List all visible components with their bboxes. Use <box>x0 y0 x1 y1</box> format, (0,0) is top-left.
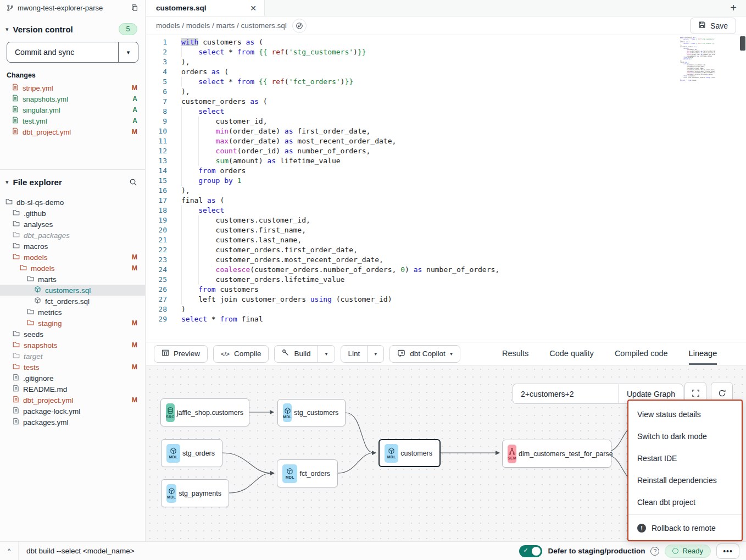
code-line-11[interactable]: 11 max(order_date) as most_recent_order_… <box>146 136 746 146</box>
commit-and-sync-button[interactable]: Commit and sync ▾ <box>7 42 138 63</box>
code-line-8[interactable]: 8 select <box>146 107 746 117</box>
tree-folder-models[interactable]: models M <box>0 252 145 263</box>
changed-file-stripe.yml[interactable]: stripe.yml M <box>0 82 145 93</box>
code-editor[interactable]: 1with customers as (2 select * from {{ r… <box>146 35 746 342</box>
code-line-3[interactable]: 3), <box>146 57 746 67</box>
file-explorer-header[interactable]: ▾ File explorer <box>0 170 145 192</box>
code-line-6[interactable]: 6), <box>146 87 746 97</box>
code-line-18[interactable]: 18 select <box>146 206 746 215</box>
tree-folder-analyses[interactable]: analyses <box>0 219 145 230</box>
code-line-24[interactable]: 24 coalesce(customer_orders.number_of_or… <box>146 265 746 275</box>
build-button[interactable]: Build <box>275 346 318 362</box>
defer-toggle[interactable]: ✓ <box>519 545 542 557</box>
lineage-node-stg_orders[interactable]: MDL stg_orders <box>161 439 222 467</box>
tree-file-dbt_project.yml[interactable]: dbt_project.yml M <box>0 395 145 406</box>
tree-folder-db-sl-qs-demo[interactable]: db-sl-qs-demo <box>0 197 145 208</box>
new-tab-button[interactable]: + <box>721 0 746 16</box>
tree-folder-metrics[interactable]: metrics <box>0 307 145 318</box>
commit-options-dropdown[interactable]: ▾ <box>118 42 138 62</box>
tree-folder-target[interactable]: target <box>0 351 145 362</box>
tree-folder-.github[interactable]: .github <box>0 208 145 219</box>
code-line-21[interactable]: 21 customers.last_name, <box>146 235 746 245</box>
save-button[interactable]: Save <box>690 18 736 34</box>
explore-compass-icon[interactable] <box>292 19 307 33</box>
tree-folder-models[interactable]: models M <box>0 263 145 274</box>
lineage-node-stg_payments[interactable]: MDL stg_payments <box>161 479 229 507</box>
tab-compiled-code[interactable]: Compiled code <box>615 342 668 365</box>
tree-folder-macros[interactable]: macros <box>0 241 145 252</box>
tree-folder-tests[interactable]: tests M <box>0 362 145 373</box>
changed-file-dbt_project.yml[interactable]: dbt_project.yml M <box>0 126 145 137</box>
code-line-29[interactable]: 29select * from final <box>146 314 746 324</box>
tree-folder-dbt_packages[interactable]: dbt_packages <box>0 230 145 241</box>
tree-file-fct_orders.sql[interactable]: fct_orders.sql <box>0 296 145 307</box>
menu-item-rollback-to-remote[interactable]: ! Rollback to remote <box>628 516 742 540</box>
code-line-27[interactable]: 27 left join customer_orders using (cust… <box>146 295 746 304</box>
tree-folder-seeds[interactable]: seeds <box>0 329 145 340</box>
collapse-panel-chevron[interactable]: ^ <box>0 542 19 560</box>
menu-item-switch-to-dark-mode[interactable]: Switch to dark mode <box>628 425 742 447</box>
folder-icon <box>13 209 20 218</box>
dbt-copilot-button[interactable]: dbt Copilot ▾ <box>389 345 460 363</box>
lineage-node-fct_orders[interactable]: MDL fct_orders <box>277 459 338 487</box>
tree-folder-snapshots[interactable]: snapshots M <box>0 340 145 351</box>
tab-results[interactable]: Results <box>502 342 528 365</box>
version-control-header[interactable]: ▾ Version control 5 <box>0 15 145 41</box>
code-line-19[interactable]: 19 customers.customer_id, <box>146 215 746 225</box>
tab-customers-sql[interactable]: customers.sql ✕ <box>146 0 265 16</box>
tab-lineage[interactable]: Lineage <box>689 342 717 365</box>
tree-folder-staging[interactable]: staging M <box>0 318 145 329</box>
code-line-9[interactable]: 9 customer_id, <box>146 117 746 126</box>
tree-file-README.md[interactable]: README.md <box>0 384 145 395</box>
lineage-node-jaffle_shop.customers[interactable]: SRC jaffle_shop.customers <box>160 398 249 426</box>
code-line-10[interactable]: 10 min(order_date) as first_order_date, <box>146 126 746 136</box>
tree-file-package-lock.yml[interactable]: package-lock.yml <box>0 406 145 417</box>
menu-item-clean-dbt-project[interactable]: Clean dbt project <box>628 491 742 513</box>
code-line-23[interactable]: 23 customer_orders.most_recent_order_dat… <box>146 255 746 265</box>
help-icon[interactable]: ? <box>650 547 659 556</box>
lint-button[interactable]: Lint <box>341 346 368 362</box>
tree-folder-marts[interactable]: marts <box>0 274 145 285</box>
menu-item-restart-ide[interactable]: Restart IDE <box>628 447 742 469</box>
tree-file-customers.sql[interactable]: customers.sql <box>0 285 145 296</box>
search-icon[interactable] <box>129 178 137 186</box>
lint-options-dropdown[interactable]: ▾ <box>367 346 383 362</box>
command-input[interactable]: dbt build --select <model_name> <box>19 547 142 555</box>
preview-button[interactable]: Preview <box>154 345 208 363</box>
compile-button[interactable]: </> Compile <box>213 345 269 363</box>
code-line-5[interactable]: 5 select * from {{ ref('fct_orders')}} <box>146 77 746 87</box>
tab-code-quality[interactable]: Code quality <box>549 342 594 365</box>
editor-scrollbar[interactable] <box>740 36 745 51</box>
code-line-15[interactable]: 15 group by 1 <box>146 176 746 186</box>
changed-file-test.yml[interactable]: test.yml A <box>0 115 145 126</box>
build-options-dropdown[interactable]: ▾ <box>318 346 334 362</box>
code-line-20[interactable]: 20 customers.first_name, <box>146 225 746 235</box>
code-line-26[interactable]: 26 from customers <box>146 285 746 295</box>
tree-file-.gitignore[interactable]: .gitignore <box>0 373 145 384</box>
code-line-25[interactable]: 25 customer_orders.lifetime_value <box>146 275 746 285</box>
node-label: stg_payments <box>176 490 224 497</box>
code-line-28[interactable]: 28) <box>146 304 746 314</box>
lineage-node-dim_customers_test_for_parse[interactable]: SEM dim_customers_test_for_parse <box>502 440 611 468</box>
more-options-button[interactable]: ••• <box>716 544 739 559</box>
tree-file-packages.yml[interactable]: packages.yml <box>0 417 145 428</box>
code-line-2[interactable]: 2 select * from {{ ref('stg_customers')}… <box>146 47 746 57</box>
code-line-12[interactable]: 12 count(order_id) as number_of_orders, <box>146 146 746 156</box>
code-line-7[interactable]: 7customer_orders as ( <box>146 97 746 107</box>
code-line-16[interactable]: 16), <box>146 186 746 196</box>
close-tab-icon[interactable]: ✕ <box>250 4 257 13</box>
lineage-node-stg_customers[interactable]: MDL stg_customers <box>277 399 346 426</box>
code-line-14[interactable]: 14 from orders <box>146 166 746 176</box>
code-line-17[interactable]: 17final as ( <box>146 196 746 206</box>
lineage-node-customers[interactable]: MDL customers <box>378 439 441 467</box>
copy-icon[interactable] <box>131 4 138 12</box>
code-line-13[interactable]: 13 sum(amount) as lifetime_value <box>146 156 746 166</box>
changed-file-snapshots.yml[interactable]: snapshots.yml A <box>0 93 145 104</box>
code-line-4[interactable]: 4orders as ( <box>146 67 746 77</box>
changed-file-singular.yml[interactable]: singular.yml A <box>0 104 145 115</box>
code-line-1[interactable]: 1with customers as ( <box>146 37 746 47</box>
lineage-filter-input[interactable] <box>513 384 619 404</box>
menu-item-reinstall-dependencies[interactable]: Reinstall dependencies <box>628 469 742 491</box>
code-line-22[interactable]: 22 customer_orders.first_order_date, <box>146 245 746 255</box>
menu-item-view-status-details[interactable]: View status details <box>628 403 742 425</box>
